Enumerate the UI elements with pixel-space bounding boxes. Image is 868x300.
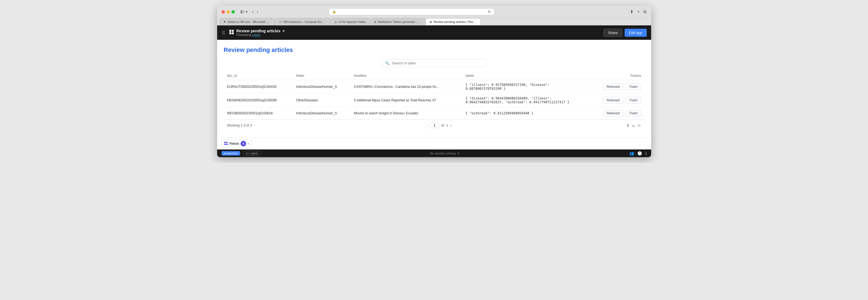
tab-label-markdown: Markdown Tables generator - TablesGenera… [378, 20, 421, 24]
retool-badge[interactable]: Retool N ▾ [222, 140, 252, 148]
search-input[interactable] [392, 61, 483, 65]
retool-logo-icon [224, 142, 228, 146]
browser-window: ▾ ‹ › 🔒 phac.retool.com ↻ ⬆ ＋ ⧉ ⚑ Select… [217, 5, 651, 157]
total-pages: 1 [446, 123, 448, 127]
header-actions: Share Edit app [603, 29, 646, 37]
relevant-button-0[interactable]: Relevant [603, 83, 623, 90]
svg-rect-0 [241, 10, 242, 13]
share-browser-button[interactable]: ⬆ [630, 9, 633, 14]
hamburger-icon[interactable]: ☰ [222, 30, 225, 35]
cell-doc-id: KBSWNE00020230501ej510008h [224, 94, 293, 107]
dropdown-arrow-icon: ▾ [248, 142, 249, 145]
info-icon[interactable]: ℹ [645, 151, 647, 155]
tab-label-gcp: VM instances – Compute Engine – phx-ngh.… [283, 20, 326, 24]
trash-button-1[interactable]: Trash [625, 97, 641, 103]
prev-page-button[interactable]: ‹ [427, 123, 428, 128]
app-title-section: Review pending articles ★ Previewing Lat… [237, 29, 285, 36]
tabs-overview-button[interactable]: ⧉ [643, 9, 646, 14]
search-container: 🔍 [224, 59, 645, 67]
share-button[interactable]: Share [603, 29, 622, 37]
reload-button[interactable]: ↻ [488, 10, 491, 14]
svg-rect-4 [232, 30, 234, 32]
minimize-button[interactable] [226, 10, 230, 13]
close-button[interactable] [222, 10, 225, 13]
tab-kafka[interactable]: ◎ UI for Apache Kafka [331, 18, 370, 25]
history-icon[interactable]: 🕐 [637, 151, 642, 155]
cell-headline: 5 Additional Mpox Cases Reported as Tota… [350, 94, 462, 107]
status-center: No queries running ↻ [264, 152, 626, 155]
refresh-icon: ↻ [457, 152, 460, 155]
relevant-button-2[interactable]: Relevant [603, 110, 623, 117]
edit-app-button[interactable]: Edit app [625, 29, 647, 37]
cell-doc-id: INFOB00020230501ej51000c8 [224, 107, 293, 120]
latest-link[interactable]: Latest [252, 33, 260, 36]
page-number-input[interactable]: 1 [430, 123, 439, 128]
tab-gcp[interactable]: ⬡ VM instances – Compute Engine – phx-ng… [275, 18, 330, 25]
cell-doc-id: EURAUT00020230501ej5100439 [224, 80, 293, 94]
cell-folder: InfectiousDiseaseHuman_S [293, 80, 350, 94]
tab-icon-markdown: ⊞ [374, 21, 376, 24]
tab-azure[interactable]: ⚑ Select a VM size - Microsoft Azure [219, 18, 275, 25]
back-button[interactable]: ‹ [251, 9, 255, 15]
tab-label-retool: Review pending articles | Retool [433, 20, 476, 24]
tab-icon-azure: ⚑ [223, 21, 226, 24]
address-input[interactable]: phac.retool.com [338, 10, 486, 14]
of-label: of [441, 123, 444, 127]
trash-button-2[interactable]: Trash [625, 110, 641, 117]
title-bar: ▾ ‹ › 🔒 phac.retool.com ↻ ⬆ ＋ ⧉ [217, 5, 651, 18]
app-footer: Retool N ▾ [217, 138, 651, 149]
refresh-table-button[interactable]: ↻ [638, 123, 641, 128]
browser-actions: ⬆ ＋ ⧉ [630, 9, 646, 14]
showing-text: Showing 1-3 of 3 [227, 123, 252, 127]
col-actions: Actions [590, 71, 645, 80]
status-right: 👥 🕐 ℹ [629, 151, 647, 155]
relevant-button-1[interactable]: Relevant [603, 97, 623, 103]
production-badge[interactable]: production [222, 151, 240, 155]
svg-rect-6 [232, 32, 234, 34]
latest-badge[interactable]: 🏷 Latest [243, 151, 260, 156]
pagination-bar: Showing 1-3 of 3 ‹ 1 of 1 › ⬇ ⚌ ↻ [224, 120, 645, 131]
cell-actions: Relevant Trash [590, 94, 645, 107]
retool-label: Retool [229, 142, 239, 146]
page-controls: ‹ 1 of 1 › [427, 123, 452, 128]
sidebar-toggle-arrow: ▾ [246, 10, 248, 14]
svg-rect-2 [243, 12, 245, 13]
cell-actions: Relevant Trash [590, 80, 645, 94]
cell-actions: Relevant Trash [590, 107, 645, 120]
col-doc-id: doc_id [224, 71, 293, 80]
users-icon[interactable]: 👥 [629, 151, 634, 155]
cell-labels: { "outbreak": 0.9112509489059448 } [462, 107, 590, 120]
window-controls [222, 10, 235, 13]
tab-icon-gcp: ⬡ [279, 21, 281, 24]
forward-button[interactable]: › [256, 9, 259, 15]
nav-arrows: ‹ › [251, 9, 260, 15]
tab-icon-retool: ⊞ [430, 21, 432, 24]
app-header: ☰ Review pending articles ★ Previewing L… [217, 25, 651, 40]
svg-rect-10 [226, 144, 228, 145]
star-icon[interactable]: ★ [282, 29, 285, 33]
tab-label-kafka: UI for Apache Kafka [339, 20, 366, 24]
svg-rect-7 [224, 142, 226, 143]
filter-button[interactable]: ⚌ [632, 123, 636, 128]
search-box[interactable]: 🔍 [381, 59, 487, 67]
app-title: Review pending articles ★ [237, 29, 285, 33]
tab-markdown[interactable]: ⊞ Markdown Tables generator - TablesGene… [370, 18, 425, 25]
cell-labels: { "illness": 0.927569568157196, "disease… [462, 80, 590, 94]
download-button[interactable]: ⬇ [626, 123, 629, 128]
address-bar[interactable]: 🔒 phac.retool.com ↻ [329, 8, 495, 15]
svg-rect-1 [243, 10, 245, 11]
tab-retool[interactable]: ⊞ Review pending articles | Retool [426, 18, 481, 25]
main-content: Review pending articles 🔍 doc_id folder … [217, 40, 651, 138]
sidebar-toggle[interactable]: ▾ [240, 10, 248, 14]
svg-rect-8 [226, 142, 228, 143]
maximize-button[interactable] [231, 10, 235, 13]
col-folder: folder [293, 71, 350, 80]
search-icon: 🔍 [385, 61, 390, 65]
table-row: INFOB00020230501ej51000c8 InfectiousDise… [224, 107, 645, 120]
next-page-button[interactable]: › [450, 123, 452, 128]
new-tab-button[interactable]: ＋ [636, 9, 641, 14]
col-headline: headline [350, 71, 462, 80]
svg-rect-3 [229, 30, 231, 32]
trash-button-0[interactable]: Trash [625, 83, 641, 90]
lock-icon: 🔒 [332, 10, 336, 13]
